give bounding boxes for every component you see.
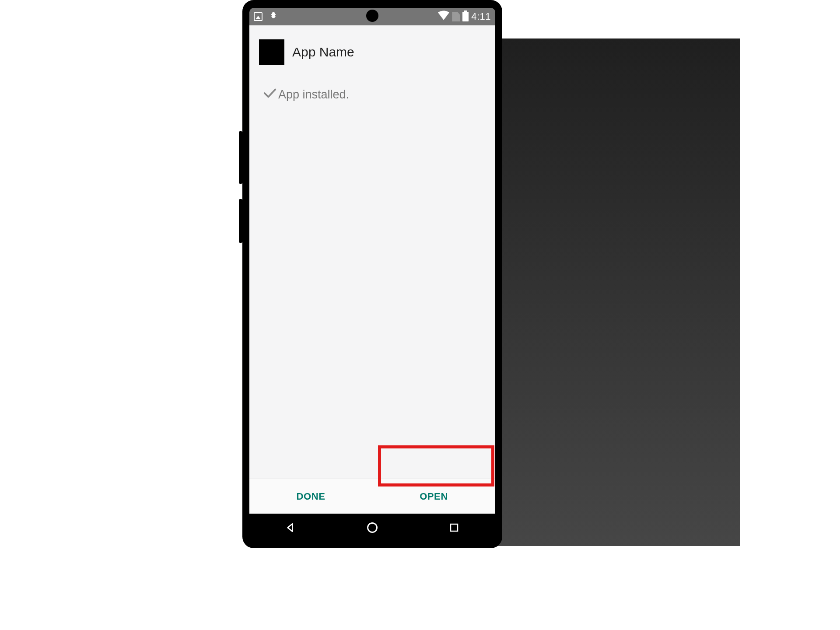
install-status-text: App installed. [278,88,349,102]
phone-frame: 4:11 App Name App installed. DONE OPEN [242,0,502,548]
checkmark-icon [263,88,276,102]
app-icon [259,39,284,65]
status-bar-right: 4:11 [438,10,491,23]
install-status-row: App installed. [249,69,495,102]
footer-bar: DONE OPEN [249,479,495,514]
status-bar-left [254,10,278,23]
done-button[interactable]: DONE [249,479,372,514]
nav-home-button[interactable] [364,520,380,536]
phone-screen: 4:11 App Name App installed. DONE OPEN [249,8,495,542]
status-clock: 4:11 [471,11,491,22]
nav-back-button[interactable] [283,520,298,536]
android-debug-icon [269,10,278,23]
svg-point-0 [368,523,377,532]
screen-content: App Name App installed. DONE OPEN [249,25,495,514]
battery-icon [462,12,469,21]
app-title: App Name [292,45,354,60]
wifi-icon [438,10,449,23]
camera-notch [366,10,378,22]
nav-recent-button[interactable] [446,520,462,536]
phone-power-button [239,199,242,243]
phone-volume-button [239,131,242,184]
no-sim-icon [452,12,460,21]
svg-rect-1 [451,524,458,531]
app-header: App Name [249,25,495,69]
open-button[interactable]: OPEN [372,479,495,514]
navigation-bar [249,514,495,542]
image-notification-icon [254,12,262,21]
